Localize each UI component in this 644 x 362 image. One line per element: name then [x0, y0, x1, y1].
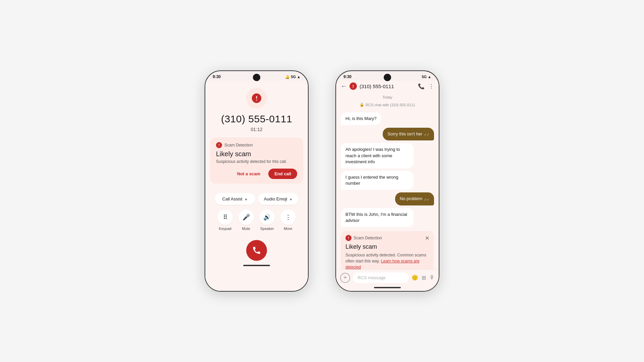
call-phone-number: (310) 555-0111	[221, 113, 292, 125]
call-assist-chevron-icon: ▲	[245, 197, 248, 201]
rcs-info: 🔒 RCS chat with (310) 555-0111	[341, 103, 434, 107]
alarm-icon: 🔔	[285, 75, 290, 79]
message-input-bar: + RCS message 🙂 ⊞ 🎙	[336, 269, 439, 286]
check-icon-2: ✓✓	[424, 197, 429, 202]
message-input-field[interactable]: RCS message	[353, 273, 409, 283]
speaker-label: Speaker	[260, 227, 274, 231]
call-controls-panel: Call Assist ▲ Audio Emoji ▲ ⠿ Keypad 🎤 M…	[210, 189, 303, 235]
message-bubble-4: I guess I entered the wrong number	[341, 171, 414, 190]
scam-desc-msg: Suspicious activity detected. Common sca…	[345, 252, 429, 269]
message-body: Today 🔒 RCS chat with (310) 555-0111 Hi,…	[336, 93, 439, 269]
signal-bars-icon-msg: ▲	[428, 75, 431, 79]
message-text-2: Sorry this isn't her	[387, 131, 422, 137]
keypad-label: Keypad	[219, 227, 231, 231]
call-warning-icon	[246, 88, 267, 109]
scam-detection-card-msg: Scam Detection ✕ Likely scam Suspicious …	[341, 231, 434, 269]
scam-detection-label-msg: Scam Detection	[354, 236, 382, 240]
scam-actions-call: Not a scam End call	[216, 169, 297, 179]
message-placeholder: RCS message	[358, 275, 386, 280]
audio-emoji-chevron-icon: ▲	[289, 197, 292, 201]
audio-emoji-button[interactable]: Audio Emoji ▲	[258, 193, 299, 205]
status-icons-call: 🔔 5G ▲	[285, 75, 301, 79]
scam-title-call: Likely scam	[216, 150, 297, 158]
speaker-icon: 🔊	[259, 209, 275, 225]
call-controls-row: ⠿ Keypad 🎤 Mute 🔊 Speaker ⋮ More	[215, 209, 299, 231]
mute-label: Mute	[242, 227, 250, 231]
scam-dot-icon	[216, 142, 222, 148]
scam-detection-label-call: Scam Detection	[224, 143, 253, 147]
scam-detection-card-call: Scam Detection Likely scam Suspicious ac…	[210, 137, 303, 184]
back-button[interactable]: ←	[341, 83, 347, 90]
voice-icon[interactable]: 🎙	[429, 275, 435, 281]
not-scam-button-call[interactable]: Not a scam	[232, 169, 265, 179]
message-text-5: No problem	[400, 196, 422, 202]
message-bubble-2: Sorry this isn't her ✓✓	[383, 128, 434, 140]
call-assist-button[interactable]: Call Assist ▲	[215, 193, 255, 205]
messages-screen-body: ← ! (310) 555-0111 📞 ⋮ Today 🔒 RCS chat …	[336, 80, 439, 291]
phone-icon[interactable]: 📞	[418, 83, 425, 89]
emoji-icon[interactable]: 🙂	[412, 275, 418, 281]
exclamation-icon	[251, 93, 262, 104]
signal-label-call: 5G	[291, 75, 296, 79]
check-icon-1: ✓✓	[424, 132, 429, 137]
message-text-1: Hi, is this Mary?	[345, 116, 376, 121]
message-text-4: I guess I entered the wrong number	[345, 175, 398, 186]
msg-header-icons: 📞 ⋮	[418, 83, 434, 89]
camera-pill	[253, 74, 260, 81]
message-date: Today	[341, 95, 434, 99]
status-icons-msg: 5G ▲	[422, 75, 431, 79]
camera-pill-msg	[384, 74, 391, 81]
add-attachment-button[interactable]: +	[340, 273, 350, 283]
keypad-control[interactable]: ⠿ Keypad	[217, 209, 233, 231]
phone-call-screen: 9:30 🔔 5G ▲ (310) 555-0111 01:12 Scam De…	[205, 70, 309, 292]
scam-card-header: Scam Detection	[216, 142, 297, 148]
messages-header: ← ! (310) 555-0111 📞 ⋮	[336, 80, 439, 93]
status-bar-msg: 9:30 5G ▲	[336, 71, 439, 80]
message-bubble-1: Hi, is this Mary?	[341, 112, 381, 125]
scam-card-msg-left: Scam Detection	[345, 235, 382, 241]
home-indicator	[243, 265, 270, 266]
scam-dot-msg-icon	[345, 235, 352, 241]
signal-label-msg: 5G	[422, 75, 427, 79]
more-control[interactable]: ⋮ More	[280, 209, 296, 231]
call-timer: 01:12	[251, 127, 262, 132]
scam-card-msg-header: Scam Detection ✕	[345, 235, 429, 241]
message-bubble-6: BTW this is John, I'm a financial adviso…	[341, 208, 414, 227]
home-indicator-msg	[374, 287, 401, 288]
assist-row: Call Assist ▲ Audio Emoji ▲	[215, 193, 299, 205]
speaker-control[interactable]: 🔊 Speaker	[259, 209, 275, 231]
phone-hang-icon	[252, 246, 261, 255]
end-call-hang-button[interactable]	[246, 240, 267, 261]
lock-icon: 🔒	[360, 103, 364, 107]
more-label: More	[284, 227, 292, 231]
mute-icon: 🎤	[238, 209, 254, 225]
scam-title-msg: Likely scam	[345, 243, 429, 250]
message-bubble-5: No problem ✓✓	[395, 192, 434, 205]
status-time-call: 9:30	[213, 74, 221, 79]
messages-phone-number: (310) 555-0111	[360, 83, 415, 89]
more-icon: ⋮	[280, 209, 296, 225]
message-bubble-3: Ah apologies! I was trying to reach a cl…	[341, 143, 414, 168]
signal-bars-icon: ▲	[297, 75, 301, 79]
status-bar-call: 9:30 🔔 5G ▲	[205, 71, 308, 80]
scam-desc-call: Suspicious activity detected for this ca…	[216, 159, 297, 164]
mute-control[interactable]: 🎤 Mute	[238, 209, 254, 231]
phone-messages-screen: 9:30 5G ▲ ← ! (310) 555-0111 📞 ⋮ Today 🔒…	[335, 70, 439, 292]
end-call-button[interactable]: End call	[268, 169, 297, 179]
message-text-3: Ah apologies! I was trying to reach a cl…	[345, 147, 400, 164]
close-scam-button[interactable]: ✕	[425, 235, 429, 241]
message-text-6: BTW this is John, I'm a financial adviso…	[345, 212, 407, 223]
msg-input-icons: 🙂 ⊞ 🎙	[412, 275, 435, 281]
status-time-msg: 9:30	[343, 74, 352, 79]
msg-warning-dot-icon: !	[350, 82, 357, 90]
sticker-icon[interactable]: ⊞	[422, 275, 426, 281]
more-vert-icon[interactable]: ⋮	[429, 83, 434, 89]
keypad-icon: ⠿	[217, 209, 233, 225]
call-screen-body: (310) 555-0111 01:12 Scam Detection Like…	[205, 80, 308, 291]
